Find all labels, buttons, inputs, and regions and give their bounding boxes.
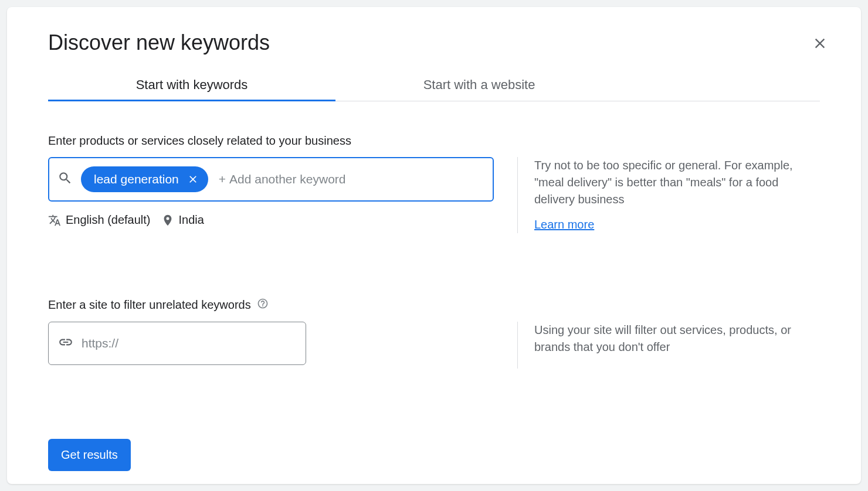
close-icon (187, 173, 199, 185)
site-input-container[interactable] (48, 322, 306, 365)
tab-keywords[interactable]: Start with keywords (48, 69, 335, 101)
keywords-label: Enter products or services closely relat… (48, 134, 820, 148)
keywords-tip-text: Try not to be too specific or general. F… (534, 157, 820, 208)
meta-row: English (default) India (48, 213, 494, 227)
keyword-input-container[interactable]: lead generation + (48, 157, 494, 202)
keyword-chip-label: lead generation (94, 172, 179, 186)
search-icon (57, 171, 73, 188)
learn-more-link[interactable]: Learn more (534, 216, 594, 233)
keyword-chip: lead generation (81, 166, 208, 192)
site-input[interactable] (82, 336, 296, 350)
language-selector[interactable]: English (default) (48, 213, 151, 227)
tabs: Start with keywords Start with a website (48, 69, 820, 101)
keywords-section: lead generation + English (default) Indi… (48, 157, 820, 233)
keywords-tip-panel: Try not to be too specific or general. F… (517, 157, 820, 233)
close-button[interactable] (812, 35, 828, 54)
get-results-button[interactable]: Get results (48, 439, 131, 471)
keyword-input[interactable] (229, 168, 484, 191)
site-section: Using your site will filter out services… (48, 322, 820, 369)
site-tip-panel: Using your site will filter out services… (517, 322, 820, 369)
link-icon (58, 335, 73, 352)
site-tip-text: Using your site will filter out services… (534, 322, 820, 356)
site-label: Enter a site to filter unrelated keyword… (48, 298, 820, 312)
translate-icon (48, 214, 61, 227)
site-left (48, 322, 494, 369)
page-title: Discover new keywords (48, 30, 820, 55)
language-label: English (default) (66, 213, 151, 227)
help-icon[interactable] (257, 298, 269, 312)
add-keyword-plus: + (219, 172, 226, 186)
close-icon (812, 35, 828, 52)
location-label: India (179, 213, 204, 227)
dialog-card: Discover new keywords Start with keyword… (7, 7, 861, 484)
keywords-left: lead generation + English (default) Indi… (48, 157, 494, 233)
tab-website[interactable]: Start with a website (335, 69, 623, 101)
location-selector[interactable]: India (161, 213, 204, 227)
location-icon (161, 214, 174, 227)
remove-chip-button[interactable] (187, 173, 199, 185)
site-label-text: Enter a site to filter unrelated keyword… (48, 298, 251, 312)
